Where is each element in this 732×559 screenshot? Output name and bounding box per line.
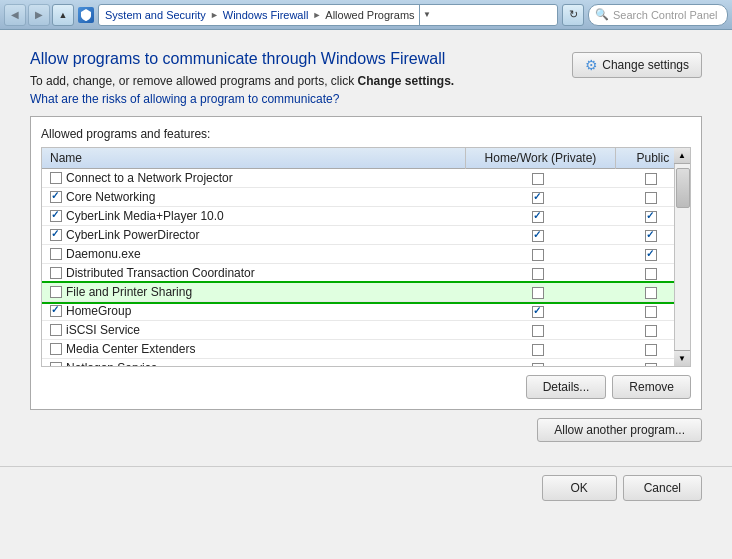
public-checkbox[interactable] <box>645 230 657 242</box>
private-checkbox-cell <box>466 321 616 340</box>
program-name: Core Networking <box>42 188 466 207</box>
breadcrumb-system-security[interactable]: System and Security <box>105 9 206 21</box>
program-name: CyberLink Media+Player 10.0 <box>42 207 466 226</box>
ok-button[interactable]: OK <box>542 475 617 501</box>
program-checkbox[interactable] <box>50 229 62 241</box>
public-checkbox[interactable] <box>645 306 657 318</box>
table-row[interactable]: CyberLink PowerDirector <box>42 226 690 245</box>
public-checkbox[interactable] <box>645 173 657 185</box>
table-row[interactable]: Netlogon Service <box>42 359 690 367</box>
private-checkbox-cell <box>466 283 616 302</box>
scrollbar[interactable]: ▲ ▼ <box>674 148 690 366</box>
breadcrumb-firewall[interactable]: Windows Firewall <box>223 9 309 21</box>
program-name-text: Netlogon Service <box>66 361 157 366</box>
allow-another-container: Allow another program... <box>30 418 702 442</box>
change-settings-button[interactable]: ⚙ Change settings <box>572 52 702 78</box>
forward-button[interactable]: ▶ <box>28 4 50 26</box>
search-bar[interactable]: 🔍 Search Control Panel <box>588 4 728 26</box>
private-checkbox[interactable] <box>532 211 544 223</box>
scrollbar-thumb[interactable] <box>676 168 690 208</box>
private-checkbox-cell <box>466 188 616 207</box>
public-checkbox[interactable] <box>645 344 657 356</box>
table-row[interactable]: iSCSI Service <box>42 321 690 340</box>
private-checkbox[interactable] <box>532 268 544 280</box>
nav-buttons: ◀ ▶ ▲ <box>4 4 74 26</box>
program-checkbox[interactable] <box>50 362 62 366</box>
programs-panel: Allowed programs and features: Name Home… <box>30 116 702 410</box>
help-link[interactable]: What are the risks of allowing a program… <box>30 92 339 106</box>
program-checkbox[interactable] <box>50 248 62 260</box>
private-checkbox[interactable] <box>532 325 544 337</box>
address-bar[interactable]: System and Security ► Windows Firewall ►… <box>98 4 558 26</box>
program-name-text: CyberLink PowerDirector <box>66 228 199 242</box>
table-row[interactable]: Connect to a Network Projector <box>42 169 690 188</box>
private-checkbox[interactable] <box>532 287 544 299</box>
private-checkbox-cell <box>466 264 616 283</box>
details-button[interactable]: Details... <box>526 375 607 399</box>
allow-another-button[interactable]: Allow another program... <box>537 418 702 442</box>
private-checkbox[interactable] <box>532 306 544 318</box>
col-header-private[interactable]: Home/Work (Private) <box>466 148 616 169</box>
program-name: iSCSI Service <box>42 321 466 340</box>
program-name: CyberLink PowerDirector <box>42 226 466 245</box>
scrollbar-up[interactable]: ▲ <box>674 148 690 164</box>
program-name-text: Daemonu.exe <box>66 247 141 261</box>
private-checkbox[interactable] <box>532 230 544 242</box>
program-checkbox[interactable] <box>50 343 62 355</box>
private-checkbox[interactable] <box>532 249 544 261</box>
breadcrumb-current: Allowed Programs <box>325 9 414 21</box>
col-header-name[interactable]: Name <box>42 148 466 169</box>
program-name: File and Printer Sharing <box>42 283 466 302</box>
public-checkbox[interactable] <box>645 287 657 299</box>
public-checkbox[interactable] <box>645 249 657 261</box>
private-checkbox-cell <box>466 359 616 367</box>
table-row[interactable]: Distributed Transaction Coordinator <box>42 264 690 283</box>
programs-table-scroll[interactable]: Name Home/Work (Private) Public Connect … <box>42 148 690 366</box>
program-checkbox[interactable] <box>50 172 62 184</box>
program-name: Distributed Transaction Coordinator <box>42 264 466 283</box>
public-checkbox[interactable] <box>645 192 657 204</box>
up-button[interactable]: ▲ <box>52 4 74 26</box>
program-name: Netlogon Service <box>42 359 466 367</box>
table-row[interactable]: Core Networking <box>42 188 690 207</box>
private-checkbox-cell <box>466 340 616 359</box>
program-name-text: Distributed Transaction Coordinator <box>66 266 255 280</box>
scrollbar-down[interactable]: ▼ <box>674 350 690 366</box>
programs-table-wrapper: Name Home/Work (Private) Public Connect … <box>41 147 691 367</box>
program-checkbox[interactable] <box>50 267 62 279</box>
program-name: HomeGroup <box>42 302 466 321</box>
title-bar: ◀ ▶ ▲ System and Security ► Windows Fire… <box>0 0 732 30</box>
panel-title: Allowed programs and features: <box>41 127 691 141</box>
private-checkbox[interactable] <box>532 363 544 366</box>
table-row[interactable]: HomeGroup <box>42 302 690 321</box>
program-name-text: File and Printer Sharing <box>66 285 192 299</box>
public-checkbox[interactable] <box>645 268 657 280</box>
public-checkbox[interactable] <box>645 363 657 366</box>
program-checkbox[interactable] <box>50 286 62 298</box>
table-row[interactable]: Daemonu.exe <box>42 245 690 264</box>
private-checkbox[interactable] <box>532 173 544 185</box>
program-name-text: Media Center Extenders <box>66 342 195 356</box>
program-checkbox[interactable] <box>50 305 62 317</box>
program-checkbox[interactable] <box>50 210 62 222</box>
cancel-button[interactable]: Cancel <box>623 475 702 501</box>
table-row[interactable]: File and Printer Sharing <box>42 283 690 302</box>
control-panel-icon <box>78 7 94 23</box>
program-checkbox[interactable] <box>50 191 62 203</box>
table-row[interactable]: CyberLink Media+Player 10.0 <box>42 207 690 226</box>
programs-table: Name Home/Work (Private) Public Connect … <box>42 148 690 366</box>
search-icon: 🔍 <box>595 8 609 21</box>
private-checkbox-cell <box>466 226 616 245</box>
public-checkbox[interactable] <box>645 211 657 223</box>
address-dropdown[interactable]: ▼ <box>419 4 435 26</box>
change-settings-icon: ⚙ <box>585 57 598 73</box>
table-row[interactable]: Media Center Extenders <box>42 340 690 359</box>
private-checkbox[interactable] <box>532 192 544 204</box>
program-checkbox[interactable] <box>50 324 62 336</box>
private-checkbox[interactable] <box>532 344 544 356</box>
remove-button[interactable]: Remove <box>612 375 691 399</box>
private-checkbox-cell <box>466 169 616 188</box>
refresh-button[interactable]: ↻ <box>562 4 584 26</box>
back-button[interactable]: ◀ <box>4 4 26 26</box>
public-checkbox[interactable] <box>645 325 657 337</box>
